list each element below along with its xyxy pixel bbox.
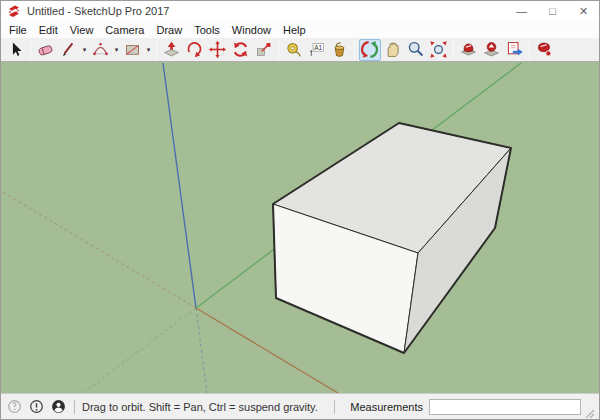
rectangle-icon	[123, 40, 142, 59]
toolbar-separator	[30, 40, 31, 60]
close-button[interactable]: ✕	[568, 1, 599, 21]
toolbar-separator	[156, 40, 157, 60]
arc-tool-dropdown[interactable]: ▾	[112, 39, 121, 61]
tape-measure-icon	[284, 40, 303, 59]
status-hint-text: Drag to orbit. Shift = Pan, Ctrl = suspe…	[82, 401, 318, 413]
paint-bucket-tool-button[interactable]	[329, 39, 351, 61]
scale-icon	[254, 40, 273, 59]
eraser-icon	[36, 40, 55, 59]
orbit-icon	[360, 40, 379, 59]
maximize-button[interactable]: □	[537, 1, 568, 21]
scale-tool-button[interactable]	[253, 39, 275, 61]
toolbar-separator	[453, 40, 454, 60]
share-model-button[interactable]	[481, 39, 503, 61]
line-tool-dropdown[interactable]: ▾	[80, 39, 89, 61]
pan-tool-button[interactable]	[382, 39, 404, 61]
line-tool-button[interactable]	[58, 39, 80, 61]
zoom-extents-icon	[429, 40, 448, 59]
arc-icon	[91, 40, 110, 59]
menu-window[interactable]: Window	[226, 23, 277, 37]
menu-edit[interactable]: Edit	[33, 23, 64, 37]
text-tool-button[interactable]: A1	[306, 39, 328, 61]
menu-bar: File Edit View Camera Draw Tools Window …	[1, 21, 599, 38]
3d-warehouse-button[interactable]	[458, 39, 480, 61]
status-bar: Drag to orbit. Shift = Pan, Ctrl = suspe…	[1, 393, 599, 419]
share-model-icon	[482, 40, 501, 59]
window-controls: — □ ✕	[506, 1, 599, 21]
modeling-viewport[interactable]	[1, 62, 599, 393]
push-pull-tool-button[interactable]	[161, 39, 183, 61]
zoom-tool-button[interactable]	[405, 39, 427, 61]
menu-help[interactable]: Help	[277, 23, 312, 37]
pencil-icon	[59, 40, 78, 59]
credit-info-icon[interactable]	[29, 399, 44, 414]
rotate-tool-button[interactable]	[230, 39, 252, 61]
statusbar-separator	[334, 400, 335, 414]
sketchup-window: Untitled - SketchUp Pro 2017 — □ ✕ File …	[0, 0, 600, 420]
rectangle-tool-button[interactable]	[122, 39, 144, 61]
arc-tool-button[interactable]	[90, 39, 112, 61]
move-icon	[208, 40, 227, 59]
resize-grip[interactable]	[583, 407, 595, 419]
3d-warehouse-icon	[459, 40, 478, 59]
follow-me-tool-button[interactable]	[184, 39, 206, 61]
eraser-tool-button[interactable]	[35, 39, 57, 61]
rectangle-tool-dropdown[interactable]: ▾	[144, 39, 153, 61]
zoom-magnifier-icon	[406, 40, 425, 59]
toolbar-separator	[529, 40, 530, 60]
menu-view[interactable]: View	[64, 23, 100, 37]
rotate-icon	[231, 40, 250, 59]
zoom-extents-button[interactable]	[428, 39, 450, 61]
orbit-tool-button[interactable]	[359, 39, 381, 61]
menu-tools[interactable]: Tools	[188, 23, 226, 37]
paint-bucket-icon	[330, 40, 349, 59]
send-to-layout-button[interactable]	[504, 39, 526, 61]
title-bar: Untitled - SketchUp Pro 2017 — □ ✕	[1, 1, 599, 21]
toolbar: ▾ ▾ ▾	[1, 38, 599, 62]
select-arrow-icon	[6, 40, 25, 59]
push-pull-icon	[162, 40, 181, 59]
measurements-input[interactable]	[429, 399, 581, 415]
menu-camera[interactable]: Camera	[99, 23, 150, 37]
extension-warehouse-icon	[535, 40, 554, 59]
menu-file[interactable]: File	[3, 23, 33, 37]
svg-text:A1: A1	[314, 44, 322, 51]
window-title: Untitled - SketchUp Pro 2017	[27, 5, 506, 17]
text-icon: A1	[307, 40, 326, 59]
tape-measure-tool-button[interactable]	[283, 39, 305, 61]
statusbar-separator	[74, 400, 75, 414]
sign-in-icon[interactable]	[51, 399, 66, 414]
select-tool-button[interactable]	[5, 39, 27, 61]
minimize-button[interactable]: —	[506, 1, 537, 21]
follow-me-icon	[185, 40, 204, 59]
send-to-layout-icon	[505, 40, 524, 59]
toolbar-separator	[278, 40, 279, 60]
geolocation-icon[interactable]	[7, 399, 22, 414]
toolbar-separator	[354, 40, 355, 60]
pan-hand-icon	[383, 40, 402, 59]
menu-draw[interactable]: Draw	[150, 23, 188, 37]
measurements-label: Measurements	[350, 401, 423, 413]
extension-warehouse-button[interactable]	[534, 39, 556, 61]
move-tool-button[interactable]	[207, 39, 229, 61]
sketchup-logo-icon	[7, 4, 21, 18]
